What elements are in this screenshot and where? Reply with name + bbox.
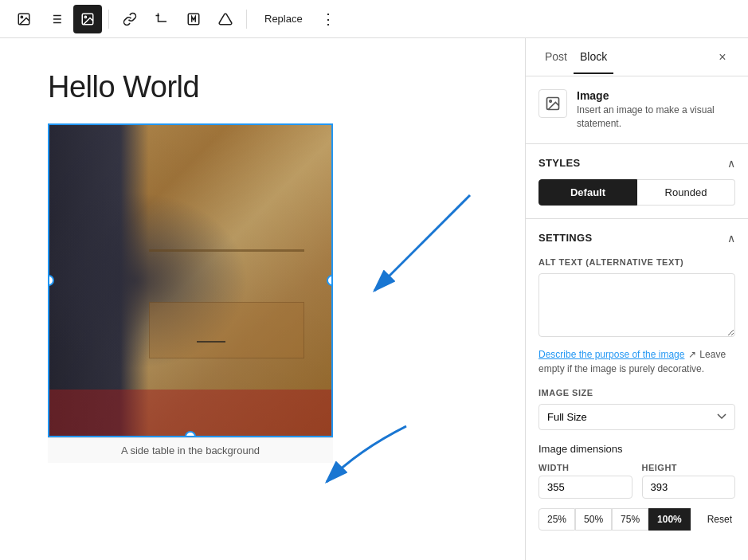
block-info-title: Image <box>577 89 735 102</box>
crop-icon[interactable] <box>147 5 176 33</box>
separator-2 <box>246 10 247 29</box>
image-size-group: IMAGE SIZE Thumbnail Medium Large Full S… <box>538 388 735 430</box>
styles-title: Styles <box>538 157 580 169</box>
image-caption[interactable]: A side table in the background <box>48 437 333 463</box>
style-buttons: Default Rounded <box>538 179 735 206</box>
style-default-button[interactable]: Default <box>538 179 637 206</box>
width-field: WIDTH <box>538 463 632 499</box>
replace-button[interactable]: Replace <box>257 8 311 29</box>
editor-area: Hello World <box>0 38 525 560</box>
close-panel-button[interactable]: × <box>710 45 735 70</box>
block-info-text: Image Insert an image to make a visual s… <box>577 89 735 131</box>
percent-100-button[interactable]: 100% <box>648 508 691 531</box>
height-field: HEIGHT <box>642 463 736 499</box>
settings-header: Settings ∧ <box>538 232 735 245</box>
percent-75-button[interactable]: 75% <box>612 508 648 531</box>
percent-buttons: 25% 50% 75% 100% Reset <box>538 508 735 531</box>
resize-handle-bottom[interactable] <box>185 431 196 437</box>
dimensions-title: Image dimensions <box>538 443 735 455</box>
image-shelf <box>149 249 305 252</box>
percent-25-button[interactable]: 25% <box>538 508 575 531</box>
image-placeholder <box>49 125 333 436</box>
style-rounded-button[interactable]: Rounded <box>637 179 735 206</box>
editor-wrapper: A side table in the background <box>48 123 477 463</box>
page-title: Hello World <box>48 70 477 104</box>
gallery-icon[interactable] <box>10 5 38 33</box>
settings-section: Settings ∧ ALT TEXT (ALTERNATIVE TEXT) D… <box>526 219 748 543</box>
more-options-button[interactable]: ⋮ <box>314 5 343 33</box>
width-input[interactable] <box>538 476 632 499</box>
height-label: HEIGHT <box>642 463 736 472</box>
image-red-surface <box>49 390 333 437</box>
image-icon <box>545 96 561 112</box>
panel-tabs: Post Block × <box>526 38 748 76</box>
styles-header: Styles ∧ <box>538 157 735 170</box>
alt-text-group: ALT TEXT (ALTERNATIVE TEXT) Describe the… <box>538 257 735 375</box>
arrow-annotation-2 <box>311 418 470 514</box>
separator-1 <box>108 10 109 29</box>
block-info-section: Image Insert an image to make a visual s… <box>526 76 748 144</box>
main-layout: Hello World <box>0 38 748 560</box>
styles-section: Styles ∧ Default Rounded <box>526 144 748 219</box>
percent-50-button[interactable]: 50% <box>575 508 612 531</box>
image-size-select[interactable]: Thumbnail Medium Large Full Size <box>538 404 735 430</box>
svg-point-1 <box>21 16 22 18</box>
width-label: WIDTH <box>538 463 632 472</box>
describe-wrapper: Describe the purpose of the image ↗ Leav… <box>538 347 735 375</box>
tab-block[interactable]: Block <box>574 41 613 74</box>
alt-text-input[interactable] <box>538 273 735 337</box>
resize-handle-right[interactable] <box>327 275 333 286</box>
image-container <box>48 123 333 437</box>
height-input[interactable] <box>642 476 736 499</box>
styles-collapse-button[interactable]: ∧ <box>727 157 735 170</box>
describe-purpose-link[interactable]: Describe the purpose of the image <box>538 349 684 360</box>
reset-button[interactable]: Reset <box>704 509 735 530</box>
triangle-icon[interactable] <box>211 5 240 33</box>
image-block-icon[interactable] <box>73 5 102 33</box>
image-handle <box>197 341 225 343</box>
block-info: Image Insert an image to make a visual s… <box>538 89 735 131</box>
dimensions-row: WIDTH HEIGHT <box>538 463 735 499</box>
svg-point-14 <box>550 100 552 102</box>
svg-point-9 <box>84 16 86 18</box>
external-link-icon: ↗ <box>688 349 696 360</box>
alt-text-label: ALT TEXT (ALTERNATIVE TEXT) <box>538 257 735 267</box>
image-size-label: IMAGE SIZE <box>538 388 735 397</box>
image-dimensions: Image dimensions WIDTH HEIGHT 25% 50% 7 <box>538 443 735 531</box>
image-drawer <box>149 302 305 358</box>
settings-collapse-button[interactable]: ∧ <box>727 232 735 245</box>
block-info-desc: Insert an image to make a visual stateme… <box>577 104 735 131</box>
tab-post[interactable]: Post <box>538 41 574 74</box>
right-panel: Post Block × Image Insert an image to ma… <box>525 38 748 560</box>
alt-text-icon[interactable] <box>179 5 208 33</box>
block-icon-box <box>538 89 567 118</box>
image-block[interactable]: A side table in the background <box>48 123 333 463</box>
link-icon[interactable] <box>116 5 144 33</box>
arrow-annotation-1 <box>351 187 510 386</box>
settings-title: Settings <box>538 232 592 244</box>
list-view-icon[interactable] <box>41 5 70 33</box>
editor-toolbar: Replace ⋮ <box>0 0 748 38</box>
